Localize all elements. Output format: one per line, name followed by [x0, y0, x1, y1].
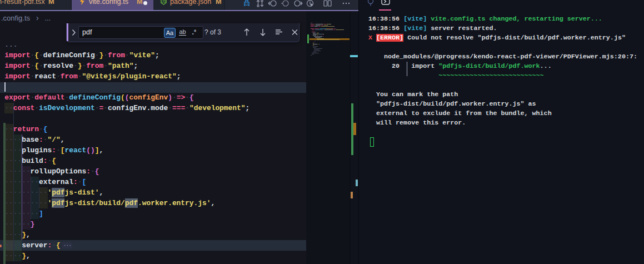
- svg-text:JS: JS: [162, 0, 167, 3]
